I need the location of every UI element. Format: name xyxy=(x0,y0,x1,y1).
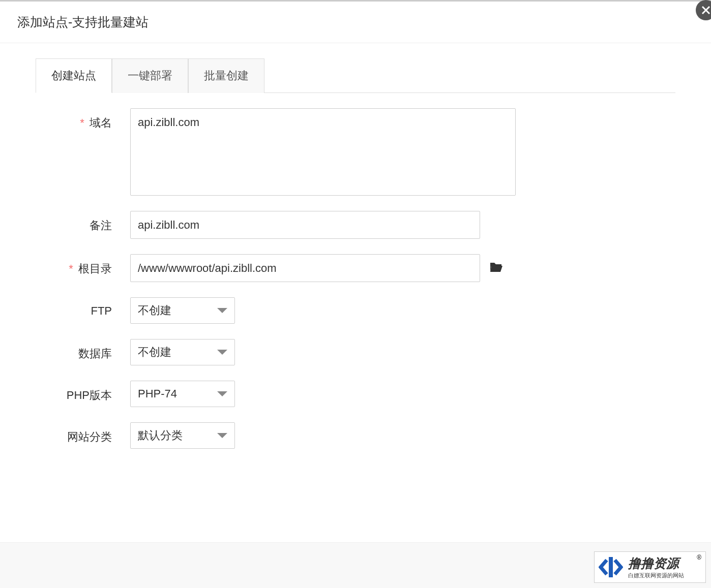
remark-input[interactable] xyxy=(130,211,480,239)
watermark-text: 撸撸资源 白嫖互联网资源的网站 xyxy=(628,555,684,579)
watermark: 撸撸资源 白嫖互联网资源的网站 ® xyxy=(594,551,706,583)
label-root: * 根目录 xyxy=(36,254,112,276)
row-database: 数据库 不创建 xyxy=(36,339,675,365)
tab-container: 创建站点 一键部署 批量创建 xyxy=(36,58,675,93)
php-select[interactable]: PHP-74 xyxy=(130,381,235,407)
caret-down-icon xyxy=(217,391,227,396)
caret-down-icon xyxy=(217,308,227,313)
registered-mark-icon: ® xyxy=(697,554,701,561)
required-mark: * xyxy=(69,262,73,275)
root-dir-input[interactable] xyxy=(130,254,480,282)
tab-create-site[interactable]: 创建站点 xyxy=(36,58,112,93)
category-select-value: 默认分类 xyxy=(138,428,183,443)
row-php: PHP版本 PHP-74 xyxy=(36,381,675,407)
tab-batch-create[interactable]: 批量创建 xyxy=(188,58,264,93)
domain-input[interactable]: api.zibll.com xyxy=(130,108,516,196)
required-mark: * xyxy=(80,116,84,129)
folder-open-icon xyxy=(489,262,503,273)
modal-body: 创建站点 一键部署 批量创建 * 域名 api.zibll.com 备注 * 根… xyxy=(0,43,711,484)
database-select[interactable]: 不创建 xyxy=(130,339,235,365)
caret-down-icon xyxy=(217,350,227,355)
close-icon xyxy=(701,6,710,15)
label-remark: 备注 xyxy=(36,211,112,233)
watermark-logo-icon xyxy=(599,555,623,579)
modal-header: 添加站点-支持批量建站 xyxy=(0,2,711,43)
folder-picker-button[interactable] xyxy=(489,262,503,275)
tab-quick-deploy[interactable]: 一键部署 xyxy=(112,58,188,93)
label-ftp: FTP xyxy=(36,297,112,318)
caret-down-icon xyxy=(217,433,227,438)
watermark-subtitle: 白嫖互联网资源的网站 xyxy=(628,572,684,579)
svg-rect-2 xyxy=(609,557,613,577)
label-category: 网站分类 xyxy=(36,422,112,445)
label-php: PHP版本 xyxy=(36,381,112,403)
label-domain: * 域名 xyxy=(36,108,112,131)
row-remark: 备注 xyxy=(36,211,675,239)
row-domain: * 域名 api.zibll.com xyxy=(36,108,675,196)
category-select[interactable]: 默认分类 xyxy=(130,422,235,449)
label-database: 数据库 xyxy=(36,339,112,361)
ftp-select[interactable]: 不创建 xyxy=(130,297,235,324)
database-select-value: 不创建 xyxy=(138,345,171,360)
ftp-select-value: 不创建 xyxy=(138,303,171,318)
modal-title: 添加站点-支持批量建站 xyxy=(17,14,694,30)
row-root: * 根目录 xyxy=(36,254,675,282)
row-ftp: FTP 不创建 xyxy=(36,297,675,324)
watermark-title: 撸撸资源 xyxy=(628,555,684,572)
php-select-value: PHP-74 xyxy=(138,387,177,400)
add-site-modal: 添加站点-支持批量建站 创建站点 一键部署 批量创建 * 域名 api.zibl… xyxy=(0,0,711,588)
row-category: 网站分类 默认分类 xyxy=(36,422,675,449)
